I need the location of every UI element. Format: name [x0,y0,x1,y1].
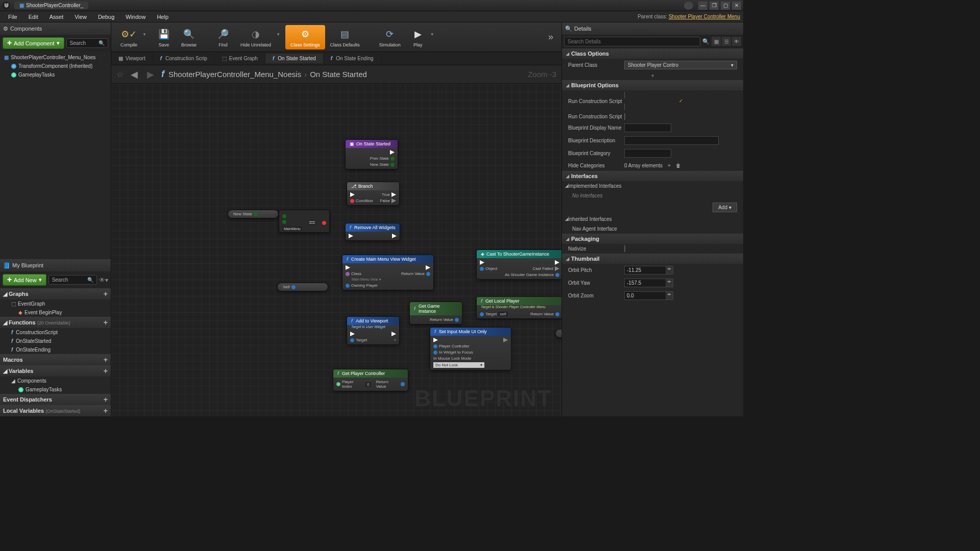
macros-section[interactable]: Macros+ [0,354,111,365]
tab-construction[interactable]: fConstruction Scrip [153,54,215,63]
minimize-button[interactable]: — [698,2,707,10]
orbit-yaw-spinner[interactable]: ◂▸ [624,279,673,287]
myblueprint-search[interactable]: Search🔍 [48,275,97,285]
play-button[interactable]: ▶Play▼ [406,25,430,49]
cat-interfaces[interactable]: ◢Interfaces [562,171,743,181]
node-createwidget[interactable]: fCreate Main Menu View Widget ClassMain … [342,255,434,290]
menu-asset[interactable]: Asset [44,13,69,21]
add-element-icon[interactable]: ＋ [667,162,672,169]
parent-class-combo[interactable]: Shooter Player Contro▾ [624,61,737,69]
add-component-button[interactable]: ✚ Add Component ▾ [3,37,64,49]
menu-edit[interactable]: Edit [23,13,43,21]
details-search[interactable] [564,37,700,46]
node-setinputmode[interactable]: fSet Input Mode UI Only Player Controlle… [430,327,511,370]
node-removewidgets[interactable]: fRemove All Widgets [345,223,400,241]
display-name-field[interactable] [624,123,671,132]
add-variable-icon[interactable]: + [104,367,108,375]
clear-array-icon[interactable]: 🗑 [676,163,681,168]
node-self-2[interactable]: Self [555,329,561,338]
node-self[interactable]: Self [277,283,328,291]
node-addviewport[interactable]: fAdd to Viewport Target is User Widget T… [347,316,400,345]
nav-back-icon[interactable]: ◀ [129,69,140,80]
components-search[interactable]: Search🔍 [66,38,109,48]
tab-eventgraph[interactable]: ⬚Event Graph [215,54,265,63]
category-field[interactable] [624,149,671,158]
menu-view[interactable]: View [69,13,92,21]
breadcrumb-leaf[interactable]: On State Started [310,70,367,79]
node-newstate[interactable]: New State [228,210,279,218]
tab-viewport[interactable]: ▦Viewport [111,54,153,63]
add-macro-icon[interactable]: + [104,356,108,364]
fn-onstatestarted[interactable]: fOnStateStarted [0,337,111,345]
details-header[interactable]: 🔍Details [562,22,743,35]
view-grid-icon[interactable]: ▦ [712,37,721,46]
simulation-button[interactable]: ⟳Simulation [374,25,406,49]
dispatchers-section[interactable]: Event Dispatchers+ [0,394,111,405]
add-function-icon[interactable]: + [104,318,108,327]
add-dispatcher-icon[interactable]: + [104,395,108,404]
breadcrumb-root[interactable]: ShooterPlayerController_Menu_Noesis [168,70,301,79]
components-panel-header[interactable]: ⚙Components [0,22,111,35]
node-onstatestarted[interactable]: ▣On State Started Prev State New State [345,139,398,169]
orbit-zoom-spinner[interactable]: ◂▸ [624,291,673,300]
nativize-checkbox[interactable] [624,245,625,252]
add-interface-button[interactable]: Add ▾ [713,203,737,212]
tab-onstatestarted[interactable]: fOn State Started [265,54,324,63]
view-options-icon[interactable]: 👁▾ [99,277,108,284]
node-getlocalplayer[interactable]: fGet Local Player Target is Shooter Play… [476,296,561,319]
close-button[interactable]: ✕ [732,2,741,10]
add-new-button[interactable]: ✚ Add New ▾ [3,274,46,286]
fn-onstateending[interactable]: fOnStateEnding [0,345,111,354]
browse-button[interactable]: 🔍Browse [176,25,202,49]
event-beginplay[interactable]: ◆Event BeginPlay [0,308,111,317]
maximize-button[interactable]: ▢ [721,2,730,10]
add-local-icon[interactable]: + [104,407,108,415]
node-equals[interactable]: MainMenu== [279,210,330,233]
component-transform[interactable]: TransformComponent (Inherited) [0,62,111,70]
compile-button[interactable]: ⚙✓Compile▼ [115,25,142,49]
description-field[interactable] [624,136,719,145]
menu-window[interactable]: Window [120,13,151,21]
view-list-icon[interactable]: ☰ [722,37,731,46]
tab-onstateending[interactable]: fOn State Ending [324,54,381,63]
orbit-pitch-spinner[interactable]: ◂▸ [624,266,673,274]
node-cast[interactable]: ◈Cast To ShooterGameInstance ObjectCast … [476,249,561,280]
graph-canvas[interactable]: BLUEPRINT ▣On State Started Prev State N… [111,84,561,416]
nav-forward-icon[interactable]: ▶ [145,69,156,80]
fn-construction[interactable]: fConstructionScript [0,328,111,337]
functions-section[interactable]: ◢ Functions (20 Overridable)+ [0,317,111,328]
variables-section[interactable]: ◢ Variables+ [0,365,111,377]
graph-eventgraph[interactable]: ⬚EventGraph [0,299,111,308]
cat-blueprint-options[interactable]: ◢Blueprint Options [562,80,743,90]
favorite-icon[interactable]: ☆ [116,69,124,79]
node-branch[interactable]: ⎇Branch Condition TrueFalse [347,182,400,206]
menu-help[interactable]: Help [152,13,174,21]
variables-components[interactable]: ◢ Components [0,377,111,385]
var-gameplaytasks[interactable]: GameplayTasks [0,385,111,394]
find-button[interactable]: 🔎Find [211,25,235,49]
component-gameplay[interactable]: GameplayTasks [0,70,111,79]
view-options-icon[interactable]: 👁 [732,37,741,46]
toolbar-overflow-icon[interactable]: » [544,32,557,42]
save-button[interactable]: 💾Save [152,25,176,49]
run-construction-checkbox-1[interactable] [624,92,737,110]
run-construction-checkbox-2[interactable] [624,113,625,120]
node-getgameinstance[interactable]: fGet Game Instance Return Value [409,302,462,324]
class-settings-button[interactable]: ⚙Class Settings [285,25,325,49]
hide-unrelated-button[interactable]: ◑Hide Unrelated▼ [235,25,276,49]
document-tab[interactable]: ▦ShooterPlayerController_ [14,2,88,9]
node-getplayercontroller[interactable]: fGet Player Controller Player Index 0Ret… [333,369,408,391]
locals-section[interactable]: Local Variables (OnStateStarted)+ [0,405,111,416]
menu-debug[interactable]: Debug [93,13,119,21]
restore-button[interactable]: ❐ [709,2,719,10]
parent-class-link[interactable]: Shooter Player Controller Menu [669,14,740,19]
component-root[interactable]: ▦ShooterPlayerController_Menu_Noes [0,53,111,62]
source-control-icon[interactable] [684,2,693,10]
cat-packaging[interactable]: ◢Packaging [562,234,743,244]
cat-class-options[interactable]: ◢Class Options [562,48,743,59]
graphs-section[interactable]: ◢ Graphs+ [0,288,111,299]
class-defaults-button[interactable]: ▤Class Defaults [325,25,365,49]
myblueprint-panel-header[interactable]: 📘My Blueprint [0,259,111,271]
cat-thumbnail[interactable]: ◢Thumbnail [562,254,743,264]
menu-file[interactable]: File [3,13,22,21]
